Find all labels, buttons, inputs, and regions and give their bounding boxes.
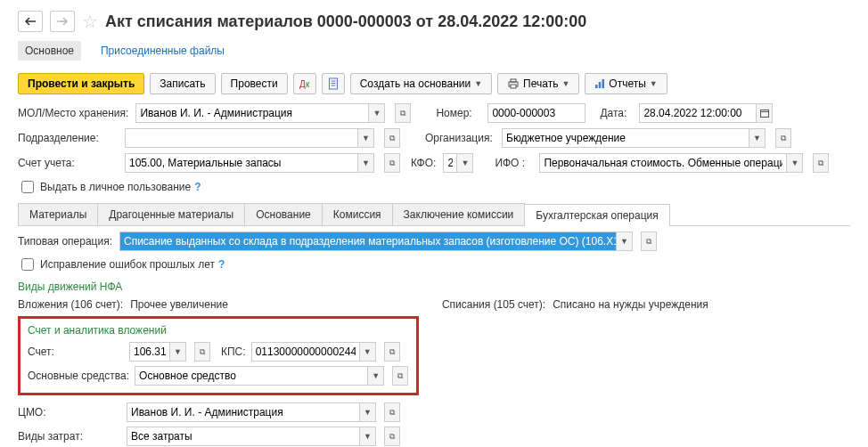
nav-forward-button[interactable] [50,11,75,32]
tab-accounting[interactable]: Бухгалтерская операция [524,204,669,226]
debit-credit-button[interactable]: Дк [293,73,316,94]
dropdown-button[interactable]: ▼ [359,343,375,361]
give-personal-label: Выдать в личное пользование [40,181,191,193]
os-label: Основные средства: [28,370,129,382]
kps-input[interactable] [252,343,359,361]
document-icon [328,77,339,90]
tab-conclusion[interactable]: Заключение комиссии [392,203,526,225]
tab-precious[interactable]: Драгоценные материалы [97,203,245,225]
open-button[interactable]: ⧉ [194,342,210,362]
date-label: Дата: [600,107,632,119]
fix-errors-checkbox[interactable] [21,258,34,271]
cmo-input[interactable] [127,403,359,421]
print-button[interactable]: Печать ▼ [497,73,579,94]
kfo-input[interactable] [444,154,456,172]
open-button[interactable]: ⧉ [384,342,400,362]
fix-errors-label: Исправление ошибок прошлых лет [40,258,215,271]
inner-account-label: Счет: [28,345,124,358]
cost-label: Виды затрат: [18,430,121,443]
page-title: Акт списания материалов 0000-000003 от 2… [105,12,586,31]
svg-rect-10 [760,110,768,118]
account-label: Счет учета: [18,157,118,169]
open-button[interactable]: ⧉ [775,128,791,148]
open-button[interactable]: ⧉ [395,103,411,123]
typical-op-value: Списание выданных со склада в подразделе… [120,232,616,250]
open-button[interactable]: ⧉ [384,402,400,422]
document-icon-button[interactable] [322,73,345,94]
mol-label: МОЛ/Место хранения: [18,107,128,119]
dropdown-button[interactable]: ▼ [169,343,185,361]
create-based-on-button[interactable]: Создать на основании ▼ [350,73,492,94]
open-button[interactable]: ⧉ [384,153,400,173]
svg-rect-9 [602,79,605,88]
help-icon[interactable]: ? [218,258,225,271]
reports-button[interactable]: Отчеты ▼ [585,73,667,94]
dropdown-button[interactable]: ▼ [357,129,373,147]
give-personal-checkbox[interactable] [21,181,34,193]
os-input[interactable] [135,367,367,385]
dropdown-button[interactable]: ▼ [359,427,375,445]
typical-op-label: Типовая операция: [18,235,114,248]
account-input[interactable] [126,154,357,172]
linktab-main[interactable]: Основное [18,41,81,61]
number-input[interactable] [488,104,585,122]
open-button[interactable]: ⧉ [813,153,829,173]
kps-label: КПС: [221,345,246,358]
printer-icon [507,78,520,89]
out-label: Списания (105 счет): [442,298,545,311]
kfo-label: КФО: [411,157,436,169]
chevron-down-icon: ▼ [650,79,658,88]
movements-title: Виды движений НФА [18,280,850,293]
tab-commission[interactable]: Комиссия [322,203,393,225]
dept-input[interactable] [126,129,357,147]
cost-input[interactable] [127,427,359,445]
org-label: Организация: [425,132,495,144]
dropdown-button[interactable]: ▼ [456,154,472,172]
open-button[interactable]: ⧉ [384,128,400,148]
open-button[interactable]: ⧉ [384,427,400,446]
in-label: Вложения (106 счет): [18,298,123,311]
number-label: Номер: [436,107,480,119]
dropdown-button[interactable]: ▼ [359,403,375,421]
typical-op-combo[interactable]: Списание выданных со склада в подразделе… [119,232,633,251]
highlighted-section: Счет и аналитика вложений Счет: ▼ ⧉ КПС:… [18,316,419,395]
in-value: Прочее увеличение [130,298,228,311]
dropdown-button[interactable]: ▼ [357,154,373,172]
tab-basis[interactable]: Основание [244,203,323,225]
save-button[interactable]: Записать [150,73,215,94]
open-button[interactable]: ⧉ [641,232,657,251]
out-value: Списано на нужды учреждения [553,298,708,311]
nav-back-button[interactable] [18,11,43,32]
debit-credit-icon: Дк [299,79,309,89]
chevron-down-icon: ▼ [561,79,569,88]
dropdown-button[interactable]: ▼ [367,367,383,385]
org-input[interactable] [503,129,749,147]
favorite-star-icon[interactable]: ☆ [82,11,98,32]
help-icon[interactable]: ? [194,181,201,193]
post-button[interactable]: Провести [221,73,288,94]
dropdown-button[interactable]: ▼ [749,129,765,147]
ifo-input[interactable] [540,154,786,172]
calendar-button[interactable] [756,104,772,122]
dropdown-button[interactable]: ▼ [786,154,802,172]
svg-rect-8 [599,82,602,88]
reports-icon [594,78,605,89]
tab-materials[interactable]: Материалы [18,203,98,225]
linktab-attached-files[interactable]: Присоединенные файлы [94,41,232,61]
dropdown-button[interactable]: ▼ [368,104,384,122]
chevron-down-icon: ▼ [474,79,482,88]
cmo-label: ЦМО: [18,406,121,419]
mol-input[interactable] [136,104,368,122]
svg-rect-6 [511,85,516,88]
svg-rect-7 [595,85,598,88]
section-title: Счет и аналитика вложений [28,324,409,337]
dept-label: Подразделение: [18,132,118,144]
inner-account-input[interactable] [130,343,169,361]
dropdown-button[interactable]: ▼ [616,232,632,250]
svg-rect-5 [511,79,516,82]
post-and-close-button[interactable]: Провести и закрыть [18,73,144,94]
date-input[interactable] [640,104,756,122]
ifo-label: ИФО : [495,157,532,169]
open-button[interactable]: ⧉ [392,366,408,386]
